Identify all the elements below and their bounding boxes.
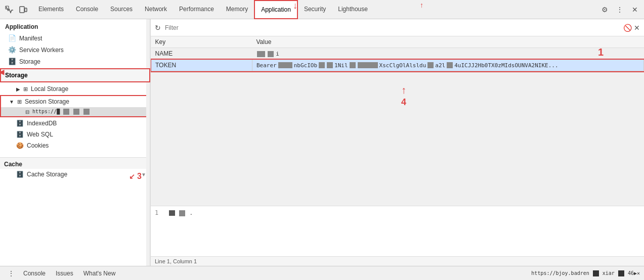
preview-censored-1	[169, 210, 175, 216]
close-icon[interactable]: ✕	[628, 3, 642, 17]
table-header-row: Key Value	[151, 36, 644, 48]
inspect-icon[interactable]	[2, 3, 16, 17]
cache-storage-expand: ▼	[141, 172, 146, 177]
bottom-tab-whats-new[interactable]: What's New	[78, 266, 121, 281]
t-c5	[358, 62, 378, 68]
url-grid-icon: ⊟	[25, 109, 29, 115]
tab-application[interactable]: Application	[254, 0, 298, 19]
url-c2	[618, 270, 624, 276]
sidebar-item-cookies[interactable]: 🍪 Cookies	[0, 140, 150, 151]
preview-dot: .	[189, 210, 193, 216]
content-area: ↻ 🚫 ✕ 1 Key Value	[151, 19, 644, 266]
sidebar-session-storage-url[interactable]: ⊟ https://█	[1, 107, 149, 116]
row-value-token: Bearer nbGcIOb 1Nil XscClgOlAlsldu	[252, 60, 644, 71]
filter-bar: ↻ 🚫 ✕	[151, 19, 644, 36]
sidebar-item-manifest[interactable]: 📄 Manifest	[0, 32, 150, 44]
refresh-button[interactable]: ↻	[155, 24, 161, 32]
tab-memory[interactable]: Memory	[220, 0, 254, 19]
manifest-icon: 📄	[8, 34, 16, 42]
tab-network[interactable]: Network	[139, 0, 173, 19]
devtools-tab-bar: Elements Console Sources Network Perform…	[0, 0, 644, 19]
annotation-1: 1	[598, 46, 604, 58]
cookies-icon: 🍪	[16, 142, 24, 149]
sidebar-section-application: Application	[0, 19, 150, 32]
t-c6	[427, 62, 434, 68]
storage-group-header: Storage	[0, 68, 150, 82]
preview-line-content: .	[169, 209, 193, 216]
session-storage-group: ▼ ⊞ Session Storage ⊟ https://█	[0, 95, 150, 117]
sidebar-item-indexeddb[interactable]: 🗄️ IndexedDB	[0, 118, 150, 129]
sidebar-item-cache-storage-label: Cache Storage	[27, 171, 67, 178]
sidebar-item-storage[interactable]: 🗄️ Storage	[0, 56, 150, 67]
t-c3	[327, 62, 333, 68]
censored-1	[63, 109, 69, 115]
sidebar-item-service-workers[interactable]: ⚙️ Service Workers	[0, 44, 150, 56]
collapse-icon: ▼	[9, 99, 14, 105]
sidebar-item-session-storage-label: Session Storage	[25, 98, 69, 105]
status-text: Line 1, Column 1	[155, 258, 197, 264]
status-bar: Line 1, Column 1	[151, 256, 644, 266]
row-key-name: NAME	[151, 48, 252, 60]
preview-censored-2	[179, 210, 185, 216]
preview-line-1: 1 .	[155, 209, 640, 216]
service-workers-icon: ⚙️	[8, 46, 16, 54]
t-c2	[319, 62, 325, 68]
sidebar-item-local-storage[interactable]: ▶ ⊞ Local Storage	[0, 83, 150, 95]
sidebar-item-web-sql[interactable]: 🗄️ Web SQL	[0, 129, 150, 140]
url-c1	[593, 270, 599, 276]
sidebar-item-service-workers-label: Service Workers	[19, 46, 64, 54]
name-censored-2	[268, 51, 274, 57]
tab-security[interactable]: Security	[298, 0, 332, 19]
svg-rect-1	[20, 7, 24, 13]
tab-elements[interactable]: Elements	[32, 0, 70, 19]
session-storage-url-label: https://█	[32, 109, 90, 115]
local-storage-grid-icon: ⊞	[23, 86, 28, 92]
storage-icon: 🗄️	[8, 58, 16, 65]
sidebar-item-storage-label: Storage	[19, 58, 40, 65]
sidebar-item-cache-storage[interactable]: 🗄️ Cache Storage ▼	[0, 169, 150, 180]
t-c4	[350, 62, 356, 68]
tab-console[interactable]: Console	[70, 0, 104, 19]
sidebar-item-indexeddb-label: IndexedDB	[27, 120, 57, 127]
storage-group-label: Storage	[5, 72, 28, 79]
censored-2	[73, 109, 79, 115]
toolbar-right: ⚙ ⋮ ✕	[597, 3, 642, 17]
token-value-display: Bearer nbGcIOb 1Nil XscClgOlAlsldu	[256, 62, 639, 69]
row-value-name: i	[252, 48, 644, 60]
filter-input[interactable]	[163, 23, 621, 32]
t-c1	[278, 62, 292, 68]
table-row[interactable]: NAME i	[151, 48, 644, 60]
tab-lighthouse[interactable]: Lighthouse	[332, 0, 374, 19]
web-sql-icon: 🗄️	[16, 131, 24, 138]
row-key-token: TOKEN	[151, 60, 252, 71]
bottom-bar: ⋮ Console Issues What's New https://bjoy…	[0, 266, 644, 280]
sidebar-item-session-storage[interactable]: ▼ ⊞ Session Storage	[1, 96, 149, 107]
session-storage-grid-icon: ⊞	[17, 99, 22, 105]
preview-area: 1 .	[151, 206, 644, 256]
sidebar-item-web-sql-label: Web SQL	[27, 131, 53, 138]
censored-3	[83, 109, 90, 115]
more-options-icon[interactable]: ⋮	[613, 3, 627, 17]
tab-sources[interactable]: Sources	[104, 0, 139, 19]
device-toggle-icon[interactable]	[16, 3, 30, 17]
filter-no-icon[interactable]: 🚫	[623, 24, 632, 32]
bottom-more-icon[interactable]: ⋮	[4, 266, 18, 281]
sidebar: Application 📄 Manifest ⚙️ Service Worker…	[0, 19, 151, 266]
sidebar-item-local-storage-label: Local Storage	[31, 85, 68, 92]
settings-icon[interactable]: ⚙	[597, 3, 612, 17]
bottom-tab-console[interactable]: Console	[18, 266, 51, 281]
storage-table: Key Value NAME i	[151, 36, 644, 71]
filter-clear-button[interactable]: ✕	[634, 24, 640, 32]
col-header-value: Value	[252, 36, 644, 48]
name-censored-1	[257, 51, 265, 57]
table-row-selected[interactable]: TOKEN Bearer nbGcIOb 1Nil	[151, 60, 644, 71]
indexeddb-icon: 🗄️	[16, 120, 24, 127]
url-display: https://bjoy.badren xiar 46▶✕	[531, 270, 640, 276]
annotation-4: ↑4	[401, 84, 406, 108]
name-value-i: i	[276, 51, 279, 57]
svg-rect-2	[25, 8, 27, 12]
cache-storage-icon: 🗄️	[16, 171, 24, 178]
line-number-1: 1	[155, 209, 165, 216]
bottom-tab-issues[interactable]: Issues	[51, 266, 78, 281]
tab-performance[interactable]: Performance	[173, 0, 220, 19]
